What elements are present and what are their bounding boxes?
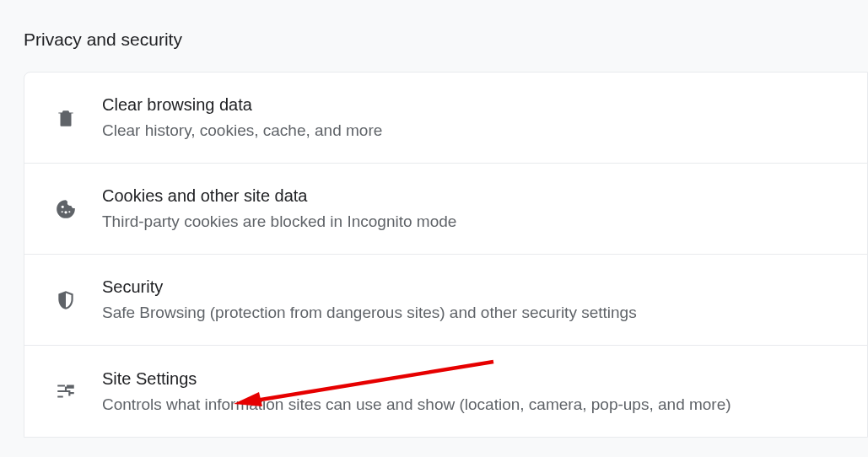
row-title: Clear browsing data: [102, 94, 382, 116]
row-cookies[interactable]: Cookies and other site data Third-party …: [24, 164, 867, 255]
row-text: Cookies and other site data Third-party …: [102, 185, 456, 233]
row-subtitle: Clear history, cookies, cache, and more: [102, 121, 382, 142]
row-subtitle: Third-party cookies are blocked in Incog…: [102, 212, 456, 233]
page-title: Privacy and security: [0, 0, 868, 72]
tune-icon: [55, 380, 77, 402]
row-title: Site Settings: [102, 368, 731, 390]
trash-icon: [55, 107, 77, 129]
row-text: Security Safe Browsing (protection from …: [102, 276, 637, 324]
row-subtitle: Safe Browsing (protection from dangerous…: [102, 303, 637, 324]
row-text: Site Settings Controls what information …: [102, 368, 731, 416]
row-text: Clear browsing data Clear history, cooki…: [102, 94, 382, 142]
settings-card: Clear browsing data Clear history, cooki…: [24, 72, 868, 438]
cookie-icon: [55, 198, 77, 220]
row-security[interactable]: Security Safe Browsing (protection from …: [24, 255, 867, 346]
row-clear-browsing-data[interactable]: Clear browsing data Clear history, cooki…: [24, 73, 867, 164]
row-site-settings[interactable]: Site Settings Controls what information …: [24, 346, 867, 437]
row-title: Cookies and other site data: [102, 185, 456, 207]
row-title: Security: [102, 276, 637, 298]
shield-icon: [55, 289, 77, 311]
row-subtitle: Controls what information sites can use …: [102, 395, 731, 416]
